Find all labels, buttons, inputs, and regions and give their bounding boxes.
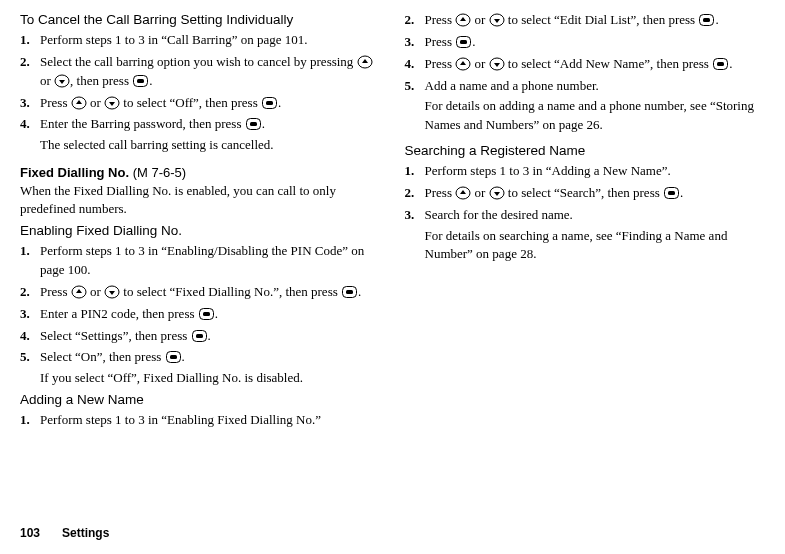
text-fragment: . xyxy=(208,328,211,343)
step-item: 3. Press or to select “Off”, then press … xyxy=(20,94,381,113)
step-text: Press or to select “Edit Dial List”, the… xyxy=(425,11,766,30)
center-icon xyxy=(165,350,182,364)
text-fragment: Add a name and a phone number. xyxy=(425,78,599,93)
step-text: Press or to select “Off”, then press . xyxy=(40,94,381,113)
left-column: To Cancel the Call Barring Setting Indiv… xyxy=(20,8,381,433)
step-item: 3. Press . xyxy=(405,33,766,52)
text-fragment: to select “Edit Dial List”, then press xyxy=(505,12,699,27)
down-icon xyxy=(54,74,70,88)
text-fragment: Press xyxy=(425,56,456,71)
step-item: 2. Select the call barring option you wi… xyxy=(20,53,381,91)
text-fragment: , then press xyxy=(70,73,132,88)
step-number: 5. xyxy=(405,77,425,96)
step-text: Press or to select “Search”, then press … xyxy=(425,184,766,203)
text-fragment: or xyxy=(471,56,488,71)
text-fragment: Press xyxy=(425,34,456,49)
right-column: 2. Press or to select “Edit Dial List”, … xyxy=(405,8,766,433)
heading-enabling-fixed: Enabling Fixed Dialling No. xyxy=(20,223,381,238)
step-subtext: The selected call barring setting is can… xyxy=(40,136,381,155)
steps-search-name: 1. Perform steps 1 to 3 in “Adding a New… xyxy=(405,162,766,264)
step-number: 3. xyxy=(20,305,40,324)
center-icon xyxy=(261,96,278,110)
step-text: Press . xyxy=(425,33,766,52)
step-text: Press or to select “Fixed Dialling No.”,… xyxy=(40,283,381,302)
step-item: 2. Press or to select “Search”, then pre… xyxy=(405,184,766,203)
step-number: 2. xyxy=(405,11,425,30)
heading-search-name: Searching a Registered Name xyxy=(405,143,766,158)
step-item: 2. Press or to select “Fixed Dialling No… xyxy=(20,283,381,302)
step-text: Add a name and a phone number. For detai… xyxy=(425,77,766,136)
step-number: 1. xyxy=(20,242,40,261)
text-fragment: . xyxy=(262,116,265,131)
center-icon xyxy=(698,13,715,27)
paragraph: When the Fixed Dialling No. is enabled, … xyxy=(20,182,381,217)
page-footer: 103Settings xyxy=(20,526,109,540)
text-fragment: to select “Off”, then press xyxy=(120,95,261,110)
step-text: Select “On”, then press . If you select … xyxy=(40,348,381,388)
text-fragment: . xyxy=(278,95,281,110)
step-number: 2. xyxy=(405,184,425,203)
text-fragment: or xyxy=(471,12,488,27)
step-number: 2. xyxy=(20,283,40,302)
step-text: Perform steps 1 to 3 in “Adding a New Na… xyxy=(425,162,766,181)
down-icon xyxy=(104,96,120,110)
text-fragment: or xyxy=(471,185,488,200)
step-text: Select the call barring option you wish … xyxy=(40,53,381,91)
step-number: 4. xyxy=(20,327,40,346)
text-fragment: . xyxy=(729,56,732,71)
text-fragment: to select “Add New Name”, then press xyxy=(505,56,713,71)
step-subtext: For details on searching a name, see “Fi… xyxy=(425,227,766,265)
step-item: 3. Enter a PIN2 code, then press . xyxy=(20,305,381,324)
step-number: 1. xyxy=(20,411,40,430)
center-icon xyxy=(341,285,358,299)
down-icon xyxy=(489,13,505,27)
text-fragment: Select “Settings”, then press xyxy=(40,328,191,343)
step-item: 1. Perform steps 1 to 3 in “Adding a New… xyxy=(405,162,766,181)
up-icon xyxy=(455,186,471,200)
text-fragment: . xyxy=(182,349,185,364)
step-text: Select “Settings”, then press . xyxy=(40,327,381,346)
step-subtext: If you select “Off”, Fixed Dialling No. … xyxy=(40,369,381,388)
steps-cancel-barring: 1. Perform steps 1 to 3 in “Call Barring… xyxy=(20,31,381,155)
step-text: Enter a PIN2 code, then press . xyxy=(40,305,381,324)
step-text: Perform steps 1 to 3 in “Call Barring” o… xyxy=(40,31,381,50)
center-icon xyxy=(245,117,262,131)
text-fragment: Enter the Barring password, then press xyxy=(40,116,245,131)
step-number: 4. xyxy=(20,115,40,134)
text-fragment: to select “Fixed Dialling No.”, then pre… xyxy=(120,284,341,299)
heading-cancel-barring: To Cancel the Call Barring Setting Indiv… xyxy=(20,12,381,27)
text-fragment: Select “On”, then press xyxy=(40,349,165,364)
text-fragment: . xyxy=(680,185,683,200)
step-item: 1. Perform steps 1 to 3 in “Call Barring… xyxy=(20,31,381,50)
up-icon xyxy=(71,96,87,110)
steps-adding-name-b: 2. Press or to select “Edit Dial List”, … xyxy=(405,11,766,135)
text-fragment: Enter a PIN2 code, then press xyxy=(40,306,198,321)
step-number: 3. xyxy=(20,94,40,113)
step-number: 5. xyxy=(20,348,40,367)
text-fragment: to select “Search”, then press xyxy=(505,185,663,200)
steps-enabling-fixed: 1. Perform steps 1 to 3 in “Enabling/Dis… xyxy=(20,242,381,388)
step-item: 4. Enter the Barring password, then pres… xyxy=(20,115,381,155)
heading-fixed-dialling: Fixed Dialling No. (M 7-6-5) xyxy=(20,165,381,180)
text-fragment: or xyxy=(87,284,104,299)
menu-code: (M 7-6-5) xyxy=(133,165,186,180)
step-text: Perform steps 1 to 3 in “Enabling Fixed … xyxy=(40,411,381,430)
step-item: 2. Press or to select “Edit Dial List”, … xyxy=(405,11,766,30)
heading-adding-name: Adding a New Name xyxy=(20,392,381,407)
text-fragment: Press xyxy=(40,284,71,299)
step-number: 1. xyxy=(20,31,40,50)
step-number: 3. xyxy=(405,33,425,52)
down-icon xyxy=(104,285,120,299)
text-fragment: . xyxy=(472,34,475,49)
step-text: Perform steps 1 to 3 in “Enabling/Disabl… xyxy=(40,242,381,280)
center-icon xyxy=(191,329,208,343)
step-item: 1. Perform steps 1 to 3 in “Enabling Fix… xyxy=(20,411,381,430)
text-fragment: Press xyxy=(425,185,456,200)
down-icon xyxy=(489,57,505,71)
text-fragment: Search for the desired name. xyxy=(425,207,573,222)
text-fragment: or xyxy=(87,95,104,110)
page-number: 103 xyxy=(20,526,40,540)
text-fragment: Press xyxy=(40,95,71,110)
step-item: 5. Select “On”, then press . If you sele… xyxy=(20,348,381,388)
up-icon xyxy=(71,285,87,299)
